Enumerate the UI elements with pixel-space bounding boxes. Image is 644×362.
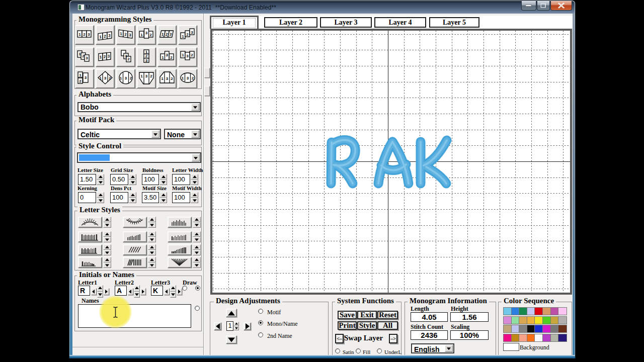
svg-text:3: 3 — [125, 76, 127, 80]
svg-text:1: 1 — [120, 32, 122, 37]
svg-text:3: 3 — [191, 30, 193, 35]
svg-text:1: 1 — [140, 74, 143, 78]
svg-text:1: 1 — [79, 73, 82, 77]
svg-text:3: 3 — [88, 32, 90, 37]
svg-text:2: 2 — [192, 76, 194, 80]
svg-text:2: 2 — [83, 32, 86, 37]
svg-text:1: 1 — [182, 53, 184, 57]
svg-text:3: 3 — [86, 56, 88, 60]
svg-text:2: 2 — [191, 53, 193, 57]
svg-text:2: 2 — [149, 33, 152, 37]
svg-text:3: 3 — [166, 76, 169, 81]
svg-text:2: 2 — [109, 76, 111, 80]
svg-text:2: 2 — [171, 76, 173, 81]
svg-text:2: 2 — [124, 32, 127, 37]
svg-text:1: 1 — [162, 55, 164, 60]
svg-text:2: 2 — [150, 74, 152, 78]
svg-text:1: 1 — [161, 76, 164, 81]
svg-text:3: 3 — [85, 75, 87, 80]
svg-text:1: 1 — [120, 76, 122, 80]
svg-text:2: 2 — [186, 32, 189, 37]
svg-text:2: 2 — [130, 76, 132, 80]
svg-text:1: 1 — [99, 76, 102, 80]
svg-text:3: 3 — [129, 33, 131, 38]
svg-text:1: 1 — [100, 55, 102, 59]
svg-text:3: 3 — [145, 58, 148, 63]
svg-text:3: 3 — [104, 76, 107, 80]
svg-text:3: 3 — [145, 74, 148, 78]
svg-text:1: 1 — [182, 34, 184, 39]
svg-text:1: 1 — [140, 33, 143, 37]
svg-text:1: 1 — [78, 52, 81, 56]
svg-text:1: 1 — [182, 76, 184, 80]
svg-text:2: 2 — [104, 54, 106, 59]
svg-text:3: 3 — [145, 31, 148, 35]
svg-text:3: 3 — [108, 54, 110, 58]
svg-text:2: 2 — [104, 34, 106, 39]
svg-text:3: 3 — [166, 53, 168, 57]
svg-text:2: 2 — [127, 57, 130, 61]
svg-text:1: 1 — [99, 35, 102, 40]
svg-text:2: 2 — [82, 54, 85, 58]
svg-text:1: 1 — [78, 32, 81, 37]
svg-text:3: 3 — [187, 76, 189, 80]
svg-text:2: 2 — [79, 79, 82, 83]
svg-text:3: 3 — [186, 54, 189, 58]
svg-text:2: 2 — [170, 55, 173, 60]
svg-text:3: 3 — [108, 33, 111, 38]
